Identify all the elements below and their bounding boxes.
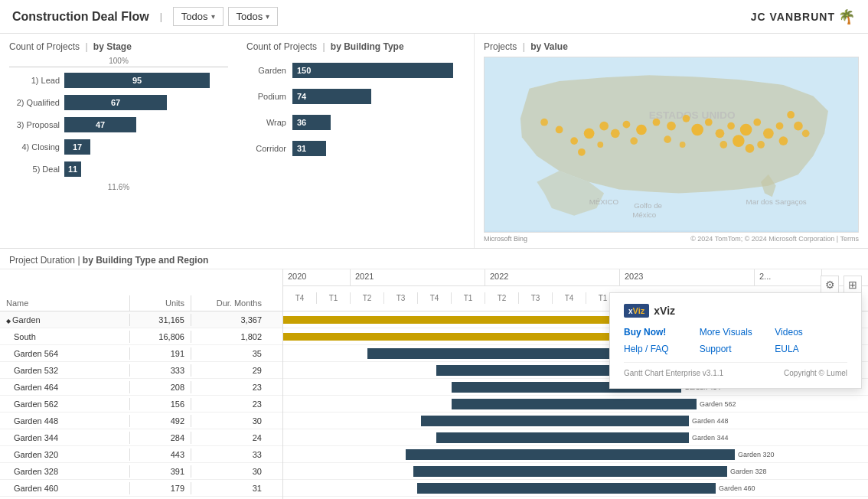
stage-label: 1) Lead xyxy=(9,76,64,85)
xviz-header: xViz xViz xyxy=(624,304,847,318)
gantt-quarter-cell: T3 xyxy=(384,292,418,304)
row-dur: 3,367 xyxy=(191,314,268,326)
svg-point-31 xyxy=(720,141,727,148)
gantt-year-cell: 2020 xyxy=(283,269,351,285)
svg-point-23 xyxy=(740,124,752,136)
palm-icon: 🌴 xyxy=(838,8,856,25)
settings-button[interactable]: ⚙ xyxy=(821,276,839,294)
stage-pct-label: 100% xyxy=(9,57,228,65)
row-dur: 33 xyxy=(191,448,268,461)
grid-button[interactable]: ⊞ xyxy=(844,276,862,294)
stage-axis-line xyxy=(9,67,228,67)
gantt-container: Name Units Dur. Months ◆Garden 31,165 3,… xyxy=(0,269,868,499)
row-dur: 30 xyxy=(191,415,268,427)
stage-bar-value: 11 xyxy=(68,165,77,174)
svg-point-19 xyxy=(691,124,703,136)
svg-point-25 xyxy=(763,129,774,139)
support-link[interactable]: Support xyxy=(700,344,772,354)
gantt-year-cell: 2022 xyxy=(485,269,620,285)
svg-point-29 xyxy=(746,144,755,153)
table-row: Garden 328 391 30 xyxy=(0,463,282,480)
building-chart-panel: Count of Projects | by Building Type Gar… xyxy=(237,34,475,248)
gantt-quarter-cell: T1 xyxy=(452,292,485,304)
gantt-year-cell: 2023 xyxy=(620,269,755,285)
btype-bar: 74 xyxy=(292,89,371,104)
btype-label: Podium xyxy=(246,92,292,101)
btype-bar-wrap: 36 xyxy=(292,115,465,130)
btype-label: Wrap xyxy=(246,118,292,127)
row-units: 31,165 xyxy=(130,314,191,326)
btype-bar-wrap: 31 xyxy=(292,141,465,156)
table-row: Garden 562 156 23 xyxy=(0,396,282,413)
stage-bar-wrap: 47 xyxy=(64,117,228,132)
svg-text:México: México xyxy=(632,210,656,219)
gantt-bar xyxy=(417,483,716,494)
stage-label: 3) Proposal xyxy=(9,120,64,129)
gantt-bar-row: Garden 562 xyxy=(283,396,868,413)
table-row: Garden 344 284 24 xyxy=(0,429,282,446)
row-units: 284 xyxy=(130,432,191,444)
gantt-toolbar: ⚙ ⊞ xyxy=(821,276,862,294)
row-name: Garden 562 xyxy=(0,398,130,410)
stage-bottom-label: 11.6% xyxy=(9,183,228,191)
svg-text:Golfo de: Golfo de xyxy=(634,201,662,210)
stage-bar-wrap: 17 xyxy=(64,139,228,155)
header-separator: | xyxy=(160,11,162,22)
gantt-bar-label-right: Garden 328 xyxy=(730,468,767,475)
gantt-bar-label-right: Garden 320 xyxy=(738,451,775,458)
more-visuals-link[interactable]: More Visuals xyxy=(700,327,772,338)
gantt-body: ◆Garden 31,165 3,367 South 16,806 1,802 … xyxy=(0,311,282,499)
gantt-bar xyxy=(452,399,697,409)
row-name: Garden 448 xyxy=(0,415,130,427)
svg-point-33 xyxy=(794,122,803,131)
row-units: 191 xyxy=(130,347,191,360)
stage-bar: 95 xyxy=(64,73,210,88)
gantt-bar-row: Garden 460 xyxy=(283,480,868,497)
row-dur: 23 xyxy=(191,398,268,410)
stage-bar-row: 4) Closing 17 xyxy=(9,139,228,155)
stage-bar-value: 17 xyxy=(73,142,82,152)
table-row: Garden 320 443 33 xyxy=(0,446,282,463)
btype-bar-value: 36 xyxy=(297,118,306,127)
building-bar-row: Garden 150 xyxy=(246,61,465,80)
btype-bar: 150 xyxy=(292,63,453,78)
gantt-bar-row: Garden 344 xyxy=(283,429,868,446)
filter1-dropdown[interactable]: Todos ▾ xyxy=(173,7,224,26)
stage-label: 4) Closing xyxy=(9,142,64,152)
svg-text:Mar dos Sargaços: Mar dos Sargaços xyxy=(746,197,807,206)
filter2-dropdown[interactable]: Todos ▾ xyxy=(228,7,279,26)
svg-point-9 xyxy=(578,148,586,156)
gantt-bar-label-right: Garden 562 xyxy=(700,400,736,408)
table-row: ◆Garden 31,165 3,367 xyxy=(0,311,282,328)
help-faq-link[interactable]: Help / FAQ xyxy=(624,344,697,354)
gantt-bar-label-right: Garden 344 xyxy=(692,434,729,442)
videos-link[interactable]: Videos xyxy=(775,327,847,338)
gantt-bar-label-right: Garden 448 xyxy=(692,417,729,425)
xviz-links: Buy Now! More Visuals Videos Help / FAQ … xyxy=(624,327,847,354)
building-bar-row: Podium 74 xyxy=(246,87,465,106)
row-dur: 24 xyxy=(191,432,268,444)
map-footer: Microsoft Bing © 2024 TomTom; © 2024 Mic… xyxy=(484,235,859,243)
map-svg: Golfo de México Mar dos Sargaços MÉXICO … xyxy=(485,57,858,232)
svg-point-8 xyxy=(599,122,609,131)
btype-bar-value: 150 xyxy=(297,66,311,75)
svg-point-22 xyxy=(727,122,735,130)
btype-bar-wrap: 150 xyxy=(292,63,465,78)
gantt-chart-area: ⚙ ⊞ 20202021202220232... T4T1T2T3T4T1T2T… xyxy=(283,269,868,499)
gantt-quarter-cell: T3 xyxy=(519,292,553,304)
gantt-header-row: Name Units Dur. Months xyxy=(0,269,282,311)
eula-link[interactable]: EULA xyxy=(775,344,847,354)
buy-now-link[interactable]: Buy Now! xyxy=(624,327,697,338)
map-background: Golfo de México Mar dos Sargaços MÉXICO … xyxy=(485,57,858,232)
gantt-bar-row: Garden 448 xyxy=(283,413,868,429)
svg-point-6 xyxy=(584,129,595,139)
row-dur: 1,802 xyxy=(191,331,268,343)
gantt-title: Project Duration | by Building Type and … xyxy=(0,249,868,269)
row-name: South xyxy=(0,331,130,343)
stage-chart-title: Count of Projects | by Stage xyxy=(9,41,228,52)
gantt-table: Name Units Dur. Months ◆Garden 31,165 3,… xyxy=(0,269,283,499)
stage-bar-value: 47 xyxy=(96,120,105,129)
svg-point-36 xyxy=(664,135,671,143)
svg-point-24 xyxy=(753,119,761,126)
table-row: Garden 448 492 30 xyxy=(0,413,282,429)
